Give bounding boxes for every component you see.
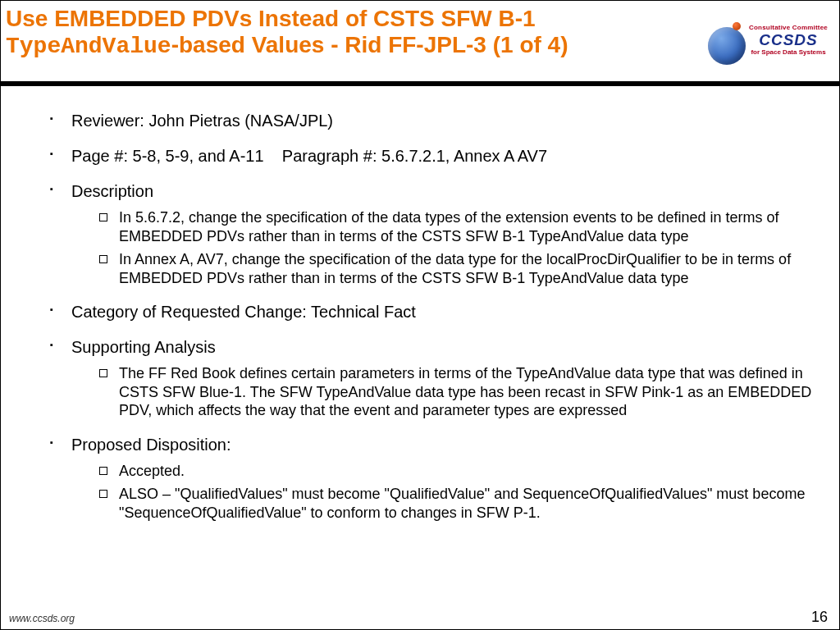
footer-url: www.ccsds.org [9,613,75,624]
body-list: Reviewer: John Pietras (NASA/JPL) Page #… [50,111,815,522]
list-item: Category of Requested Change: Technical … [50,302,815,322]
support-label: Supporting Analysis [71,338,216,356]
title-part1: Use EMBEDDED PDVs Instead of CSTS SFW B-… [6,6,536,31]
list-item: In Annex A, AV7, change the specificatio… [94,250,815,287]
page-text: Page #: 5-8, 5-9, and A-11 Paragraph #: … [71,147,547,165]
list-item: Page #: 5-8, 5-9, and A-11 Paragraph #: … [50,146,815,167]
disposition-sublist: Accepted. ALSO – "QualifiedValues" must … [71,462,815,523]
slide-header: Use EMBEDDED PDVs Instead of CSTS SFW B-… [1,1,839,81]
slide-title: Use EMBEDDED PDVs Instead of CSTS SFW B-… [6,6,711,60]
list-item: ALSO – "QualifiedValues" must become "Qu… [94,485,815,522]
logo-tagline-top: Consultative Committee [742,24,834,31]
title-part2: -based Values - Rid FF-JPL-3 (1 of 4) [171,32,568,57]
title-mono: TypeAndValue [6,34,171,59]
page-number: 16 [811,609,828,626]
list-item: Proposed Disposition: Accepted. ALSO – "… [50,435,815,523]
desc-item-0: In 5.6.7.2, change the specification of … [119,209,779,244]
support-sublist: The FF Red Book defines certain paramete… [71,364,815,420]
logo-dot-icon [733,22,741,30]
description-label: Description [71,182,153,200]
disposition-label: Proposed Disposition: [71,436,231,454]
logo-tagline-bottom: for Space Data Systems [742,48,834,56]
description-sublist: In 5.6.7.2, change the specification of … [71,208,815,287]
reviewer-text: Reviewer: John Pietras (NASA/JPL) [71,112,333,130]
slide-body: Reviewer: John Pietras (NASA/JPL) Page #… [1,86,839,522]
category-text: Category of Requested Change: Technical … [71,303,416,321]
globe-icon [708,27,746,65]
slide: Use EMBEDDED PDVs Instead of CSTS SFW B-… [0,0,840,630]
ccsds-logo: Consultative Committee CCSDS for Space D… [708,24,831,68]
logo-acronym: CCSDS [742,32,834,48]
support-item-0: The FF Red Book defines certain paramete… [119,365,811,418]
disp-item-1: ALSO – "QualifiedValues" must become "Qu… [119,486,805,521]
list-item: Supporting Analysis The FF Red Book defi… [50,337,815,420]
desc-item-1: In Annex A, AV7, change the specificatio… [119,251,791,286]
logo-text: Consultative Committee CCSDS for Space D… [742,24,834,56]
list-item: The FF Red Book defines certain paramete… [94,364,815,420]
list-item: Reviewer: John Pietras (NASA/JPL) [50,111,815,131]
list-item: Accepted. [94,462,815,481]
disp-item-0: Accepted. [119,463,185,479]
list-item: In 5.6.7.2, change the specification of … [94,208,815,245]
list-item: Description In 5.6.7.2, change the speci… [50,181,815,287]
